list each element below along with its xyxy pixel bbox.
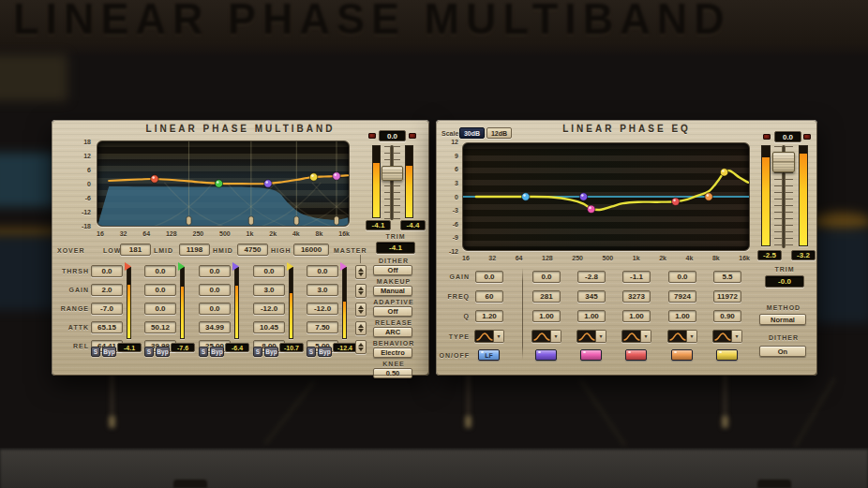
band-onoff-button[interactable] [580,349,602,361]
solo-button[interactable]: S [91,347,100,357]
dither-select[interactable]: Off [373,265,412,275]
dither-select[interactable]: On [759,346,806,357]
master-fader-handle[interactable] [382,166,403,181]
gain-field[interactable]: 5.5 [713,271,741,283]
dropdown-arrow-icon[interactable]: ▾ [687,330,697,343]
thresh-field[interactable]: 0.0 [91,265,123,277]
trim-display[interactable]: -0.0 [765,275,804,288]
q-field[interactable]: 1.00 [577,310,606,322]
range-field[interactable]: -12.0 [307,303,338,315]
freq-field[interactable]: 281 [532,290,561,303]
axis-tick-label: 4k [292,230,300,237]
q-field[interactable]: 1.00 [532,310,561,322]
filter-type-dropdown[interactable]: ▾ [531,330,561,343]
q-field[interactable]: 0.90 [713,310,741,322]
freq-field[interactable]: 11972 [713,290,741,303]
gain-field[interactable]: -1.1 [622,271,651,283]
gain-field[interactable]: 3.0 [307,284,338,296]
gain-field[interactable]: 0.0 [475,271,503,283]
gain-stepper[interactable] [355,284,367,298]
band-onoff-button[interactable]: LF [478,349,500,361]
clip-led-left[interactable] [763,134,771,140]
bypass-button[interactable]: Byp [264,347,278,357]
dropdown-arrow-icon[interactable]: ▾ [596,330,606,343]
attack-field[interactable]: 50.12 [144,321,176,333]
xover-low-field[interactable]: 181 [120,244,151,256]
gain-field[interactable]: 0.0 [199,284,231,296]
axis-tick-label: 128 [542,255,553,261]
makeup-select[interactable]: Manual [373,286,412,296]
bypass-button[interactable]: Byp [318,347,332,357]
range-field[interactable]: 0.0 [199,303,231,315]
thresh-stepper[interactable] [355,265,367,279]
gain-field[interactable]: 0.0 [144,284,176,296]
behavior-select[interactable]: Electro [373,348,412,358]
master-fader-handle[interactable] [772,152,795,172]
thresh-field[interactable]: 0.0 [307,265,338,277]
scale-30db-button[interactable]: 30dB [459,127,485,139]
band-onoff-button[interactable] [716,349,738,361]
xover-lmid-field[interactable]: 1198 [179,244,210,256]
band-onoff-button[interactable] [535,349,557,361]
axis-tick-label: 1k [633,255,640,261]
xover-hmid-field[interactable]: 4750 [237,244,268,256]
solo-button[interactable]: S [307,347,316,357]
peak-display[interactable]: 0.0 [379,130,406,141]
method-select[interactable]: Normal [759,314,806,325]
q-field[interactable]: 1.20 [475,310,503,322]
filter-type-dropdown[interactable]: ▾ [712,330,742,343]
band-onoff-button[interactable] [671,349,693,361]
clip-led-right[interactable] [409,133,416,139]
freq-field[interactable]: 345 [577,290,606,303]
dropdown-arrow-icon[interactable]: ▾ [494,330,504,343]
knee-field[interactable]: 0.50 [373,368,412,378]
clip-led-left[interactable] [368,133,376,139]
band-onoff-button[interactable] [625,349,647,361]
gain-field[interactable]: 3.0 [253,284,285,296]
attack-field[interactable]: 7.50 [307,321,338,333]
background-knob [722,416,728,428]
attack-field[interactable]: 34.99 [199,321,231,333]
gain-field[interactable]: 0.0 [532,271,561,283]
gain-field[interactable]: 0.0 [668,271,696,283]
thresh-field[interactable]: 0.0 [144,265,176,277]
eq-response-graph[interactable] [462,142,750,251]
dropdown-arrow-icon[interactable]: ▾ [551,330,561,343]
filter-type-dropdown[interactable]: ▾ [621,330,651,343]
clip-led-right[interactable] [803,134,811,140]
gain-field[interactable]: 2.0 [91,284,123,296]
range-field[interactable]: -12.0 [253,303,285,315]
range-field[interactable]: -7.0 [91,303,123,315]
filter-type-dropdown[interactable]: ▾ [474,330,504,343]
freq-field[interactable]: 3273 [622,290,651,303]
attack-field[interactable]: 10.45 [253,321,285,333]
dropdown-arrow-icon[interactable]: ▾ [641,330,651,343]
range-field[interactable]: 0.0 [144,303,176,315]
thresh-field[interactable]: 0.0 [253,265,285,277]
adaptive-select[interactable]: Off [373,306,412,317]
q-field[interactable]: 1.00 [668,310,696,322]
trim-display[interactable]: -4.1 [376,242,415,254]
attack-field[interactable]: 65.15 [91,321,123,333]
bypass-button[interactable]: Byp [102,347,116,357]
solo-button[interactable]: S [199,347,208,357]
mb-response-graph[interactable] [97,140,350,227]
axis-tick-label: -12 [82,209,91,215]
release-mode-select[interactable]: ARC [373,327,412,337]
freq-field[interactable]: 7924 [668,290,696,303]
gr-meter [289,267,293,339]
filter-type-dropdown[interactable]: ▾ [576,330,606,343]
xover-high-field[interactable]: 16000 [293,244,329,256]
thresh-field[interactable]: 0.0 [199,265,231,277]
filter-type-dropdown[interactable]: ▾ [667,330,697,343]
q-field[interactable]: 1.00 [622,310,651,322]
solo-button[interactable]: S [144,347,154,357]
bypass-button[interactable]: Byp [156,347,170,357]
bypass-button[interactable]: Byp [210,347,224,357]
dropdown-arrow-icon[interactable]: ▾ [732,330,742,343]
peak-display[interactable]: 0.0 [774,131,801,142]
freq-field[interactable]: 60 [475,290,503,303]
scale-12db-button[interactable]: 12dB [486,127,512,139]
solo-button[interactable]: S [253,347,262,357]
gain-field[interactable]: -2.8 [577,271,606,283]
